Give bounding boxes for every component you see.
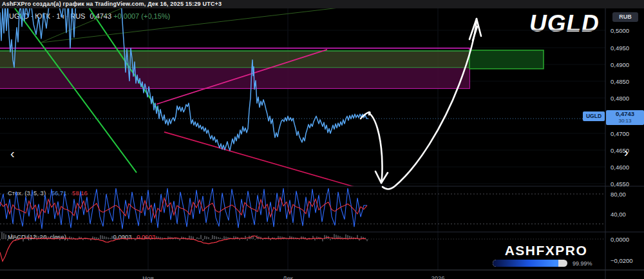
axis-tick-label: −0,0200 bbox=[611, 257, 633, 264]
bar-countdown: 30:13 bbox=[606, 118, 644, 124]
price-axis[interactable]: RUB 0,50000,49500,49000,48500,48000,4700… bbox=[606, 8, 644, 271]
time-tick-label: Дек bbox=[283, 274, 293, 279]
axis-tick-label: 40,00 bbox=[611, 211, 626, 218]
last-price-value: 0,4743 bbox=[606, 110, 644, 118]
axis-tick-label: 0,4600 bbox=[611, 164, 629, 171]
purple-subzone bbox=[0, 68, 469, 88]
logo-text: ASHFXPRO bbox=[485, 243, 607, 258]
time-axis[interactable]: НояДек2026 bbox=[0, 271, 605, 279]
macd-signal-line bbox=[0, 236, 366, 262]
price-line-symbol-label: UGLD bbox=[583, 111, 605, 121]
currency-badge: RUB bbox=[612, 12, 638, 22]
axis-tick-label: 80,00 bbox=[611, 191, 626, 198]
axis-tick-label: 0,5000 bbox=[611, 27, 629, 34]
logo-percent: 99.99% bbox=[573, 260, 592, 267]
trendline-pink-falling[interactable] bbox=[164, 132, 356, 188]
axis-tick-label: 0,4700 bbox=[611, 130, 629, 137]
trendline-fan-thin-1[interactable] bbox=[41, 5, 361, 43]
time-tick-label: Ноя bbox=[142, 274, 153, 279]
ashfxpro-logo: ASHFXPRO 99.99% bbox=[485, 243, 607, 267]
axis-tick-label: 0,4850 bbox=[611, 78, 629, 85]
axis-tick-label: 0,0000 bbox=[611, 236, 629, 243]
axis-tick-label: 0,4900 bbox=[611, 61, 629, 68]
last-price-badge: 0,4743 30:13 bbox=[606, 110, 644, 125]
logo-progress-fill bbox=[493, 260, 558, 267]
trendline-fan-thin-2[interactable] bbox=[41, 6, 126, 43]
main-pane[interactable] bbox=[0, 0, 605, 188]
macd-histogram bbox=[0, 232, 367, 242]
logo-progress-bar bbox=[493, 260, 567, 267]
drawn-recovery-arrows bbox=[361, 19, 481, 189]
green-subzone bbox=[0, 51, 469, 68]
axis-tick-label: 0,4950 bbox=[611, 44, 629, 52]
axis-tick-label: 0,4800 bbox=[611, 95, 629, 102]
scroll-right-chevron-icon[interactable]: › bbox=[624, 146, 629, 158]
tradingview-snapshot: AshFXPro создал(а) график на TradingView… bbox=[0, 0, 644, 279]
target-box bbox=[469, 50, 544, 69]
time-tick-label: 2026 bbox=[431, 274, 444, 279]
axis-tick-label: 0,4550 bbox=[611, 180, 629, 188]
scroll-left-chevron-icon[interactable]: ‹ bbox=[10, 148, 15, 159]
chart-canvas[interactable] bbox=[0, 0, 644, 279]
